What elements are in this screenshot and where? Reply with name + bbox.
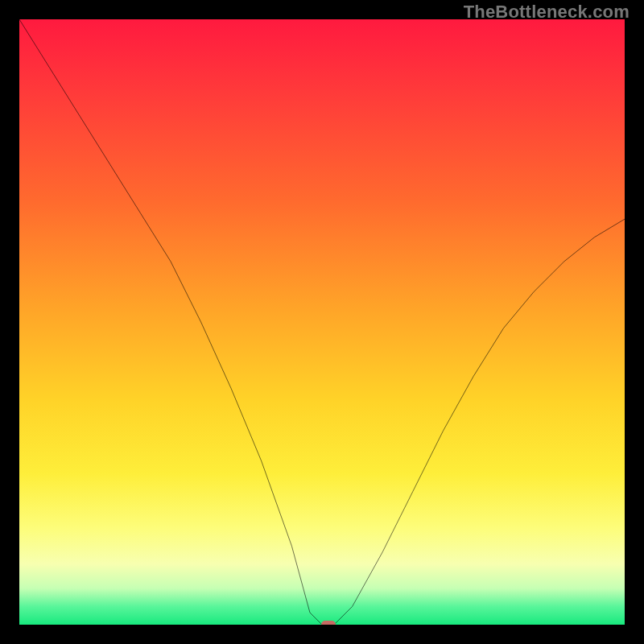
watermark-text: TheBottleneck.com xyxy=(464,2,630,23)
chart-frame: TheBottleneck.com xyxy=(0,0,644,644)
curve-svg xyxy=(19,19,625,625)
plot-area xyxy=(19,19,625,625)
bottleneck-curve-path xyxy=(19,19,625,625)
optimum-marker xyxy=(321,621,336,625)
